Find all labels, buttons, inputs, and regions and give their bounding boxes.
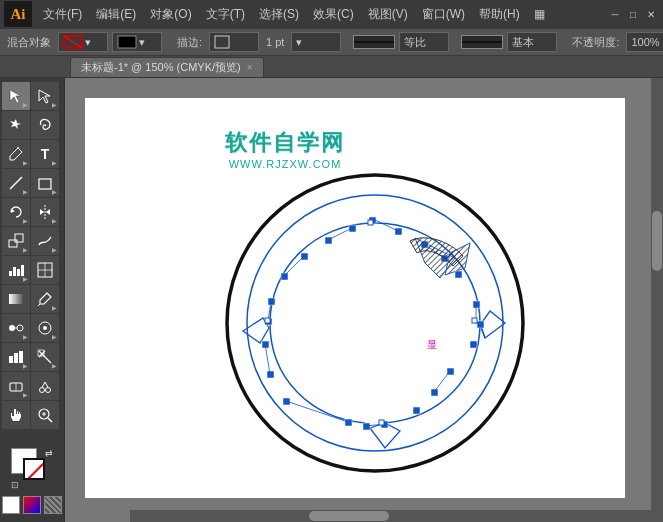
selection-tool[interactable]: ▶ xyxy=(2,82,30,110)
rectangle-tool[interactable]: ▶ xyxy=(31,169,59,197)
menu-help[interactable]: 帮助(H) xyxy=(472,4,527,25)
svg-line-5 xyxy=(10,177,22,189)
tool-row-12 xyxy=(2,401,62,429)
svg-rect-15 xyxy=(17,269,20,276)
svg-rect-85 xyxy=(379,420,384,425)
blend-tool[interactable]: ▶ xyxy=(2,314,30,342)
menu-window[interactable]: 窗口(W) xyxy=(415,4,472,25)
menu-edit[interactable]: 编辑(E) xyxy=(89,4,143,25)
menu-select[interactable]: 选择(S) xyxy=(252,4,306,25)
tab-title: 未标题-1* @ 150% (CMYK/预览) xyxy=(81,60,241,75)
svg-marker-10 xyxy=(46,209,50,215)
mesh-tool[interactable] xyxy=(31,256,59,284)
stroke-weight-dropdown[interactable]: ▾ xyxy=(291,32,341,52)
svg-rect-67 xyxy=(281,273,288,280)
svg-rect-52 xyxy=(455,271,462,278)
column-graph-tool[interactable]: ▶ xyxy=(2,343,30,371)
graph-tool[interactable]: ▶ xyxy=(2,256,30,284)
close-button[interactable]: ✕ xyxy=(643,6,659,22)
stroke-line-preview xyxy=(353,35,395,49)
rotate-tool[interactable]: ▶ xyxy=(2,198,30,226)
fill-dropdown[interactable]: ▾ xyxy=(112,32,162,52)
ai-logo: Ai xyxy=(4,1,32,27)
maximize-button[interactable]: □ xyxy=(625,6,641,22)
swap-colors-button[interactable]: ⇄ xyxy=(45,448,53,458)
scissors-tool[interactable] xyxy=(31,372,59,400)
slice-tool[interactable]: ▶ xyxy=(31,343,59,371)
menu-effect[interactable]: 效果(C) xyxy=(306,4,361,25)
stroke-base-dropdown[interactable]: 基本 xyxy=(507,32,557,52)
fill-none-swatch[interactable] xyxy=(2,496,20,514)
default-colors-button[interactable]: ⊡ xyxy=(11,480,19,490)
tool-row-7: ▶ xyxy=(2,256,62,284)
svg-rect-63 xyxy=(267,371,274,378)
warp-tool[interactable]: ▶ xyxy=(31,227,59,255)
color-box: ⇄ ⊡ xyxy=(2,444,62,518)
tool-row-4: ▶ ▶ xyxy=(2,169,62,197)
minimize-button[interactable]: ─ xyxy=(607,6,623,22)
horizontal-scrollbar[interactable] xyxy=(130,510,663,522)
menu-file[interactable]: 文件(F) xyxy=(36,4,89,25)
vertical-scroll-thumb[interactable] xyxy=(652,211,662,271)
pen-tool[interactable]: ▶ xyxy=(2,140,30,168)
svg-line-38 xyxy=(48,418,52,422)
svg-point-4 xyxy=(17,147,19,149)
artboard: 软件自学网 WWW.RJZXW.COM xyxy=(85,98,625,498)
zoom-tool[interactable] xyxy=(31,401,59,429)
svg-marker-9 xyxy=(40,209,44,215)
menu-bar: 文件(F) 编辑(E) 对象(O) 文字(T) 选择(S) 效果(C) 视图(V… xyxy=(36,4,607,25)
svg-rect-27 xyxy=(9,356,13,363)
scale-tool[interactable]: ▶ xyxy=(2,227,30,255)
artwork-svg: 显 xyxy=(185,163,565,483)
svg-rect-60 xyxy=(363,423,370,430)
vertical-scrollbar[interactable] xyxy=(651,78,663,522)
line-tool[interactable]: ▶ xyxy=(2,169,30,197)
svg-line-74 xyxy=(434,371,450,392)
lasso-tool[interactable] xyxy=(31,111,59,139)
tool-row-3: ▶ T ▶ xyxy=(2,140,62,168)
opacity-dropdown[interactable]: 100% xyxy=(626,32,663,52)
menu-grid[interactable]: ▦ xyxy=(527,5,552,23)
svg-rect-86 xyxy=(265,318,270,323)
tool-arrow: ▶ xyxy=(23,188,28,195)
gradient-swatch[interactable] xyxy=(23,496,41,514)
tool-row-8: ▶ xyxy=(2,285,62,313)
stroke-icon-btn[interactable] xyxy=(209,32,259,52)
magic-wand-tool[interactable] xyxy=(2,111,30,139)
document-tab[interactable]: 未标题-1* @ 150% (CMYK/预览) × xyxy=(70,57,264,77)
eyedropper-tool[interactable]: ▶ xyxy=(31,285,59,313)
gradient-tool[interactable] xyxy=(2,285,30,313)
menu-view[interactable]: 视图(V) xyxy=(361,4,415,25)
tool-row-11: ▶ xyxy=(2,372,62,400)
horizontal-scroll-thumb[interactable] xyxy=(309,511,389,521)
toolbox: ▶ ▶ ▶ T ▶ xyxy=(0,78,65,522)
menu-text[interactable]: 文字(T) xyxy=(199,4,252,25)
hand-tool[interactable] xyxy=(2,401,30,429)
type-tool[interactable]: T ▶ xyxy=(31,140,59,168)
tab-bar: 未标题-1* @ 150% (CMYK/预览) × xyxy=(0,56,663,78)
tool-row-1: ▶ ▶ xyxy=(2,82,62,110)
svg-rect-2 xyxy=(118,36,136,48)
reflect-tool[interactable]: ▶ xyxy=(31,198,59,226)
tool-arrow: ▶ xyxy=(23,246,28,253)
canvas-area[interactable]: 软件自学网 WWW.RJZXW.COM xyxy=(65,78,663,522)
tool-row-6: ▶ ▶ xyxy=(2,227,62,255)
svg-rect-11 xyxy=(9,240,17,247)
eraser-tool[interactable]: ▶ xyxy=(2,372,30,400)
symbol-tool[interactable]: ▶ xyxy=(31,314,59,342)
tool-arrow: ▶ xyxy=(52,246,57,253)
tool-arrow: ▶ xyxy=(52,188,57,195)
direct-selection-tool[interactable]: ▶ xyxy=(31,82,59,110)
stroke-style-dropdown[interactable]: 等比 xyxy=(399,32,449,52)
tab-close-button[interactable]: × xyxy=(247,62,253,73)
svg-marker-7 xyxy=(11,209,15,213)
pattern-swatch[interactable] xyxy=(44,496,62,514)
svg-rect-57 xyxy=(431,389,438,396)
svg-rect-53 xyxy=(473,301,480,308)
tool-arrow: ▶ xyxy=(23,217,28,224)
stroke-color-swatch[interactable] xyxy=(23,458,45,480)
menu-object[interactable]: 对象(O) xyxy=(143,4,198,25)
svg-point-43 xyxy=(247,195,503,451)
stroke-color-dropdown[interactable]: ▾ xyxy=(58,32,108,52)
type-icon: T xyxy=(41,146,50,162)
